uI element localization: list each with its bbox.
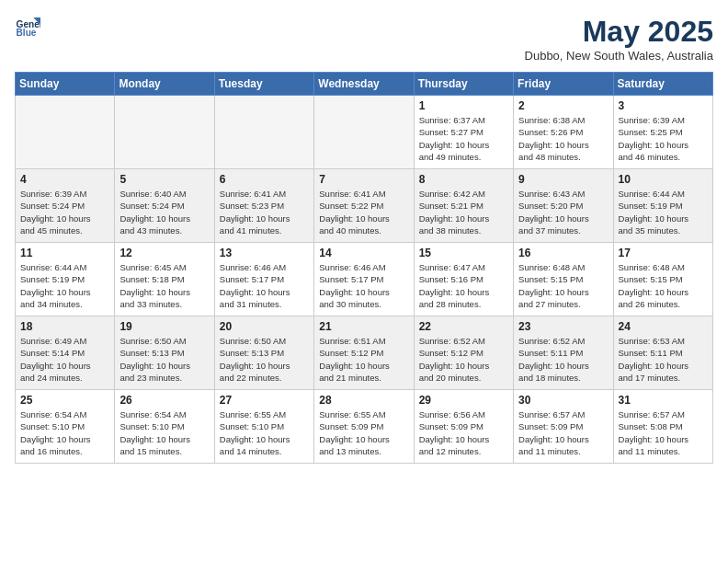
day-number: 27	[220, 394, 309, 407]
weekday-header: Sunday	[16, 73, 115, 96]
day-info: Sunrise: 6:57 AM Sunset: 5:09 PM Dayligh…	[518, 408, 608, 457]
day-info: Sunrise: 6:55 AM Sunset: 5:09 PM Dayligh…	[319, 408, 408, 457]
day-number: 9	[518, 173, 608, 186]
day-info: Sunrise: 6:52 AM Sunset: 5:11 PM Dayligh…	[518, 335, 608, 384]
day-number: 30	[518, 394, 608, 407]
calendar-day-cell: 3Sunrise: 6:39 AM Sunset: 5:25 PM Daylig…	[613, 96, 712, 169]
day-info: Sunrise: 6:45 AM Sunset: 5:18 PM Dayligh…	[119, 261, 209, 310]
calendar-header-row: SundayMondayTuesdayWednesdayThursdayFrid…	[16, 73, 713, 96]
day-number: 5	[119, 173, 209, 186]
day-number: 12	[119, 247, 209, 259]
weekday-header: Tuesday	[214, 73, 313, 96]
calendar-table: SundayMondayTuesdayWednesdayThursdayFrid…	[15, 72, 713, 464]
day-info: Sunrise: 6:43 AM Sunset: 5:20 PM Dayligh…	[518, 188, 608, 236]
day-number: 15	[419, 247, 508, 259]
calendar-day-cell: 24Sunrise: 6:53 AM Sunset: 5:11 PM Dayli…	[613, 316, 712, 390]
day-number: 10	[619, 173, 708, 186]
calendar-week-row: 18Sunrise: 6:49 AM Sunset: 5:14 PM Dayli…	[16, 316, 713, 390]
calendar-day-cell: 21Sunrise: 6:51 AM Sunset: 5:12 PM Dayli…	[314, 316, 414, 390]
weekday-header: Thursday	[414, 73, 513, 96]
weekday-header: Wednesday	[314, 73, 414, 96]
day-number: 22	[419, 320, 508, 333]
svg-text:Blue: Blue	[17, 28, 37, 38]
day-info: Sunrise: 6:54 AM Sunset: 5:10 PM Dayligh…	[119, 408, 209, 457]
calendar-day-cell: 17Sunrise: 6:48 AM Sunset: 5:15 PM Dayli…	[613, 243, 712, 316]
logo-icon: General Blue	[15, 15, 40, 40]
day-number: 18	[20, 320, 109, 333]
calendar-day-cell: 28Sunrise: 6:55 AM Sunset: 5:09 PM Dayli…	[314, 390, 414, 464]
day-info: Sunrise: 6:44 AM Sunset: 5:19 PM Dayligh…	[619, 188, 708, 236]
logo: General Blue	[15, 15, 40, 40]
calendar-day-cell: 29Sunrise: 6:56 AM Sunset: 5:09 PM Dayli…	[414, 390, 513, 464]
day-info: Sunrise: 6:42 AM Sunset: 5:21 PM Dayligh…	[419, 188, 508, 236]
calendar-week-row: 11Sunrise: 6:44 AM Sunset: 5:19 PM Dayli…	[16, 243, 713, 316]
day-number: 1	[419, 99, 508, 112]
calendar-day-cell: 20Sunrise: 6:50 AM Sunset: 5:13 PM Dayli…	[214, 316, 313, 390]
day-number: 19	[119, 320, 209, 333]
calendar-week-row: 4Sunrise: 6:39 AM Sunset: 5:24 PM Daylig…	[16, 169, 713, 243]
day-number: 24	[619, 320, 708, 333]
calendar-day-cell: 5Sunrise: 6:40 AM Sunset: 5:24 PM Daylig…	[115, 169, 214, 243]
day-number: 28	[319, 394, 408, 407]
weekday-header: Monday	[115, 73, 214, 96]
day-info: Sunrise: 6:39 AM Sunset: 5:25 PM Dayligh…	[619, 114, 708, 163]
day-info: Sunrise: 6:50 AM Sunset: 5:13 PM Dayligh…	[119, 335, 209, 384]
day-number: 4	[20, 173, 109, 186]
calendar-day-cell: 12Sunrise: 6:45 AM Sunset: 5:18 PM Dayli…	[115, 243, 214, 316]
calendar-day-cell: 2Sunrise: 6:38 AM Sunset: 5:26 PM Daylig…	[514, 96, 613, 169]
calendar-day-cell: 18Sunrise: 6:49 AM Sunset: 5:14 PM Dayli…	[16, 316, 115, 390]
day-info: Sunrise: 6:38 AM Sunset: 5:26 PM Dayligh…	[518, 114, 608, 163]
calendar-day-cell	[115, 96, 214, 169]
day-number: 16	[518, 247, 608, 259]
day-info: Sunrise: 6:53 AM Sunset: 5:11 PM Dayligh…	[619, 335, 708, 384]
day-number: 23	[518, 320, 608, 333]
day-info: Sunrise: 6:44 AM Sunset: 5:19 PM Dayligh…	[20, 261, 109, 310]
weekday-header: Saturday	[613, 73, 712, 96]
day-number: 8	[419, 173, 508, 186]
calendar-day-cell: 4Sunrise: 6:39 AM Sunset: 5:24 PM Daylig…	[16, 169, 115, 243]
day-number: 14	[319, 247, 408, 259]
calendar-day-cell	[16, 96, 115, 169]
weekday-header: Friday	[514, 73, 613, 96]
day-number: 31	[619, 394, 708, 407]
day-number: 29	[419, 394, 508, 407]
calendar-day-cell: 30Sunrise: 6:57 AM Sunset: 5:09 PM Dayli…	[514, 390, 613, 464]
day-info: Sunrise: 6:47 AM Sunset: 5:16 PM Dayligh…	[419, 261, 508, 310]
day-info: Sunrise: 6:49 AM Sunset: 5:14 PM Dayligh…	[20, 335, 109, 384]
day-info: Sunrise: 6:40 AM Sunset: 5:24 PM Dayligh…	[119, 188, 209, 236]
calendar-day-cell: 13Sunrise: 6:46 AM Sunset: 5:17 PM Dayli…	[214, 243, 313, 316]
day-info: Sunrise: 6:51 AM Sunset: 5:12 PM Dayligh…	[319, 335, 408, 384]
day-number: 26	[119, 394, 209, 407]
day-number: 2	[518, 99, 608, 112]
calendar-day-cell: 6Sunrise: 6:41 AM Sunset: 5:23 PM Daylig…	[214, 169, 313, 243]
calendar-day-cell: 16Sunrise: 6:48 AM Sunset: 5:15 PM Dayli…	[514, 243, 613, 316]
day-number: 20	[220, 320, 309, 333]
day-number: 3	[619, 99, 708, 112]
calendar-day-cell: 8Sunrise: 6:42 AM Sunset: 5:21 PM Daylig…	[414, 169, 513, 243]
day-info: Sunrise: 6:41 AM Sunset: 5:22 PM Dayligh…	[319, 188, 408, 236]
day-info: Sunrise: 6:48 AM Sunset: 5:15 PM Dayligh…	[619, 261, 708, 310]
day-info: Sunrise: 6:54 AM Sunset: 5:10 PM Dayligh…	[20, 408, 109, 457]
calendar-day-cell: 10Sunrise: 6:44 AM Sunset: 5:19 PM Dayli…	[613, 169, 712, 243]
day-info: Sunrise: 6:39 AM Sunset: 5:24 PM Dayligh…	[20, 188, 109, 236]
calendar-day-cell: 7Sunrise: 6:41 AM Sunset: 5:22 PM Daylig…	[314, 169, 414, 243]
calendar-day-cell: 11Sunrise: 6:44 AM Sunset: 5:19 PM Dayli…	[16, 243, 115, 316]
day-number: 11	[20, 247, 109, 259]
calendar-day-cell: 14Sunrise: 6:46 AM Sunset: 5:17 PM Dayli…	[314, 243, 414, 316]
location-subtitle: Dubbo, New South Wales, Australia	[525, 49, 713, 63]
calendar-day-cell: 26Sunrise: 6:54 AM Sunset: 5:10 PM Dayli…	[115, 390, 214, 464]
calendar-day-cell: 15Sunrise: 6:47 AM Sunset: 5:16 PM Dayli…	[414, 243, 513, 316]
calendar-day-cell: 1Sunrise: 6:37 AM Sunset: 5:27 PM Daylig…	[414, 96, 513, 169]
day-number: 17	[619, 247, 708, 259]
day-number: 21	[319, 320, 408, 333]
calendar-week-row: 25Sunrise: 6:54 AM Sunset: 5:10 PM Dayli…	[16, 390, 713, 464]
page-header: General Blue May 2025 Dubbo, New South W…	[15, 15, 713, 63]
day-number: 6	[220, 173, 309, 186]
calendar-day-cell: 22Sunrise: 6:52 AM Sunset: 5:12 PM Dayli…	[414, 316, 513, 390]
day-info: Sunrise: 6:56 AM Sunset: 5:09 PM Dayligh…	[419, 408, 508, 457]
month-year-title: May 2025	[525, 15, 713, 49]
title-area: May 2025 Dubbo, New South Wales, Austral…	[525, 15, 713, 63]
day-number: 13	[220, 247, 309, 259]
day-info: Sunrise: 6:46 AM Sunset: 5:17 PM Dayligh…	[220, 261, 309, 310]
calendar-day-cell: 9Sunrise: 6:43 AM Sunset: 5:20 PM Daylig…	[514, 169, 613, 243]
